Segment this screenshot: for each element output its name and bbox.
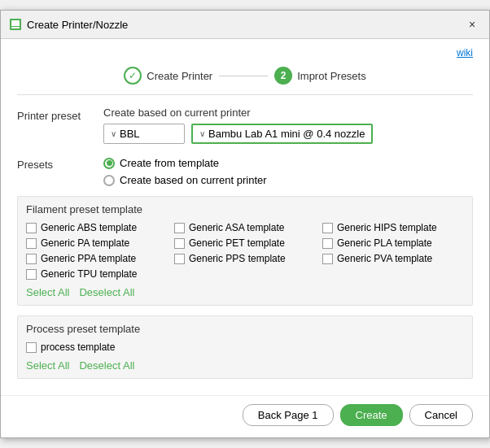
radio-circle-1 (103, 158, 115, 169)
printer-icon (9, 18, 22, 31)
preset-select-1[interactable]: ∨ BBL (103, 124, 185, 144)
step-connector (219, 76, 268, 76)
cancel-button[interactable]: Cancel (409, 404, 473, 426)
radio-create-from-template[interactable]: Create from template (103, 157, 473, 169)
title-bar-left: Create Printer/Nozzle (9, 18, 128, 31)
presets-label: Presets (17, 155, 90, 171)
checkbox-asa-label: Generic ASA template (189, 222, 284, 233)
process-checkbox-grid: process template (26, 341, 464, 353)
checkbox-ppa[interactable]: Generic PPA template (26, 253, 168, 264)
checkbox-tpu[interactable]: Generic TPU template (26, 268, 168, 280)
checkbox-abs-box[interactable] (26, 223, 37, 233)
checkbox-abs[interactable]: Generic ABS template (26, 222, 168, 233)
presets-row: Presets Create from template Create base… (17, 155, 473, 186)
checkbox-hips-label: Generic HIPS template (337, 222, 437, 233)
filament-template-title: Filament preset template (26, 203, 464, 215)
process-select-all-btn[interactable]: Select All (26, 359, 69, 372)
dialog-title: Create Printer/Nozzle (27, 19, 128, 31)
process-deselect-all-btn[interactable]: Deselect All (79, 359, 134, 372)
checkbox-pva-label: Generic PVA template (337, 253, 432, 264)
close-button[interactable]: × (463, 15, 481, 33)
filament-template-section: Filament preset template Generic ABS tem… (17, 196, 473, 306)
checkbox-pla-label: Generic PLA template (337, 237, 432, 249)
checkbox-pla[interactable]: Generic PLA template (322, 237, 464, 249)
checkbox-pet-box[interactable] (174, 238, 185, 249)
checkbox-hips-box[interactable] (322, 223, 333, 233)
radio-label-2: Create based on current printer (120, 174, 267, 186)
svg-rect-1 (11, 20, 20, 26)
filament-select-all-row: Select All Deselect All (26, 286, 464, 298)
checkbox-pet-label: Generic PET template (189, 237, 285, 249)
back-button[interactable]: Back Page 1 (243, 404, 334, 426)
checkbox-pa-box[interactable] (26, 238, 37, 249)
stepper: ✓ Create Printer 2 Improt Presets (17, 62, 473, 95)
checkbox-asa-box[interactable] (174, 223, 185, 233)
checkbox-tpu-label: Generic TPU template (41, 268, 138, 280)
checkbox-pla-box[interactable] (322, 238, 333, 249)
checkbox-process[interactable]: process template (26, 341, 168, 353)
checkbox-pps[interactable]: Generic PPS template (174, 253, 316, 264)
checkbox-pa-label: Generic PA template (41, 237, 129, 249)
checkbox-pa[interactable]: Generic PA template (26, 237, 168, 249)
process-select-all-row: Select All Deselect All (26, 359, 464, 372)
step-1-label: Create Printer (147, 70, 212, 82)
step-2-label: Improt Presets (297, 70, 366, 82)
radio-group: Create from template Create based on cur… (103, 157, 473, 186)
wiki-link[interactable]: wiki (17, 47, 473, 62)
checkbox-pet[interactable]: Generic PET template (174, 237, 316, 249)
dialog-content: wiki ✓ Create Printer 2 Improt Presets P… (1, 39, 489, 392)
step-2: 2 Improt Presets (274, 67, 366, 85)
printer-preset-row: Printer preset Create based on current p… (17, 107, 473, 144)
checkbox-abs-label: Generic ABS template (41, 222, 137, 233)
checkbox-tpu-box[interactable] (26, 269, 37, 280)
chevron-2: ∨ (199, 129, 205, 138)
checkbox-ppa-box[interactable] (26, 254, 37, 264)
step-2-number: 2 (274, 67, 292, 85)
checkbox-pva-box[interactable] (322, 254, 333, 264)
step-1: ✓ Create Printer (124, 67, 212, 85)
svg-rect-2 (11, 27, 20, 28)
checkbox-pva[interactable]: Generic PVA template (322, 253, 464, 264)
process-template-section: Process preset template process template… (17, 315, 473, 379)
process-template-title: Process preset template (26, 323, 464, 335)
step-1-check: ✓ (124, 67, 142, 85)
chevron-1: ∨ (111, 129, 116, 138)
preset-1-value: BBL (120, 128, 140, 140)
title-bar: Create Printer/Nozzle × (1, 11, 489, 39)
printer-preset-content: Create based on current printer ∨ BBL ∨ … (103, 107, 473, 144)
filament-deselect-all-btn[interactable]: Deselect All (79, 286, 134, 298)
dialog: Create Printer/Nozzle × wiki ✓ Create Pr… (0, 10, 490, 438)
checkbox-pps-box[interactable] (174, 254, 185, 264)
printer-preset-label: Printer preset (17, 107, 90, 122)
create-button[interactable]: Create (340, 404, 403, 426)
checkbox-process-label: process template (41, 341, 115, 353)
footer: Back Page 1 Create Cancel (1, 395, 489, 437)
radio-create-based-on-current[interactable]: Create based on current printer (103, 174, 473, 186)
checkbox-asa[interactable]: Generic ASA template (174, 222, 316, 233)
filament-checkbox-grid: Generic ABS template Generic ASA templat… (26, 222, 464, 280)
create-based-label: Create based on current printer (103, 107, 473, 119)
presets-content: Create from template Create based on cur… (103, 155, 473, 186)
checkbox-ppa-label: Generic PPA template (41, 253, 136, 264)
checkbox-pps-label: Generic PPS template (189, 253, 286, 264)
checkbox-process-box[interactable] (26, 342, 37, 353)
preset-2-value: Bambu Lab A1 mini @ 0.4 nozzle (208, 128, 365, 140)
radio-circle-2 (103, 175, 115, 186)
checkbox-hips[interactable]: Generic HIPS template (322, 222, 464, 233)
radio-label-1: Create from template (120, 157, 219, 169)
filament-select-all-btn[interactable]: Select All (26, 286, 69, 298)
preset-selects: ∨ BBL ∨ Bambu Lab A1 mini @ 0.4 nozzle (103, 124, 473, 144)
preset-select-2[interactable]: ∨ Bambu Lab A1 mini @ 0.4 nozzle (191, 124, 373, 144)
